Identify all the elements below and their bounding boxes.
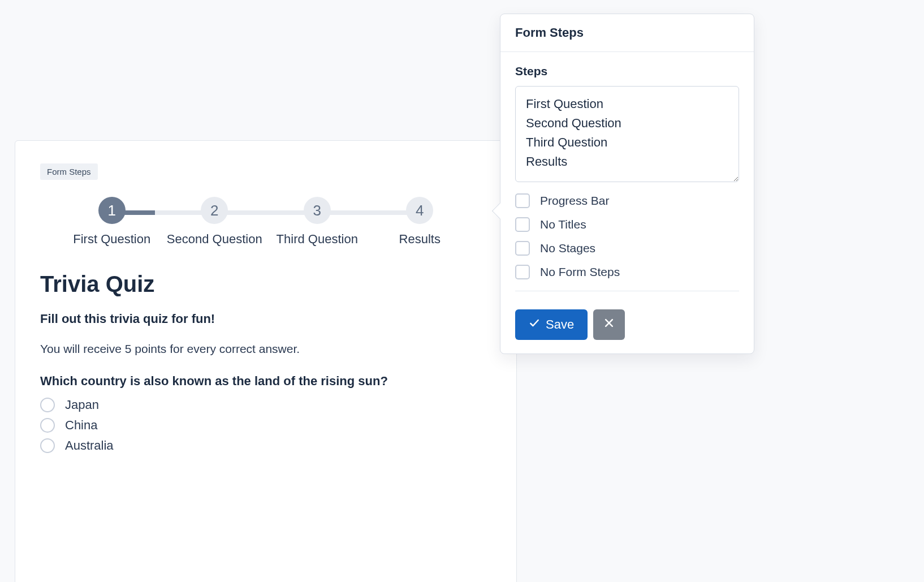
stepper: 1First Question2Second Question3Third Qu… [61, 197, 471, 247]
answer-option[interactable]: Japan [40, 398, 491, 412]
close-icon [603, 317, 615, 332]
option-label: No Titles [540, 218, 586, 231]
check-icon [529, 317, 540, 332]
form-steps-settings-panel: Form Steps Steps Progress BarNo TitlesNo… [500, 14, 754, 354]
page-title: Trivia Quiz [40, 271, 491, 297]
answer-label: Australia [65, 438, 114, 453]
save-button[interactable]: Save [515, 309, 588, 340]
step-label: Results [399, 232, 441, 247]
option-row[interactable]: No Titles [515, 217, 739, 232]
divider [515, 291, 739, 291]
checkbox-icon [515, 193, 530, 208]
option-label: Progress Bar [540, 194, 610, 208]
panel-title: Form Steps [515, 25, 739, 40]
answer-label: China [65, 418, 97, 433]
answers-group: JapanChinaAustralia [40, 398, 491, 453]
step-track [317, 210, 420, 215]
steps-textarea[interactable] [515, 86, 739, 182]
step-circle: 2 [201, 197, 228, 224]
step-circle: 1 [98, 197, 126, 224]
answer-label: Japan [65, 398, 99, 412]
step-track [112, 210, 215, 215]
step-circle: 4 [406, 197, 433, 224]
save-button-label: Save [546, 317, 574, 332]
checkbox-icon [515, 217, 530, 232]
intro-text: You will receive 5 points for every corr… [40, 342, 491, 356]
answer-option[interactable]: China [40, 418, 491, 433]
answer-option[interactable]: Australia [40, 438, 491, 453]
radio-icon [40, 398, 55, 412]
steps-section-label: Steps [515, 64, 739, 78]
radio-icon [40, 418, 55, 433]
option-label: No Form Steps [540, 265, 620, 279]
close-button[interactable] [593, 309, 625, 340]
form-preview-card: Form Steps 1First Question2Second Questi… [15, 140, 517, 582]
radio-icon [40, 438, 55, 453]
option-row[interactable]: No Form Steps [515, 265, 739, 279]
option-row[interactable]: Progress Bar [515, 193, 739, 208]
step-circle: 3 [304, 197, 331, 224]
step-track [214, 210, 317, 215]
step[interactable]: 3Third Question [266, 197, 369, 247]
block-type-chip: Form Steps [40, 163, 98, 180]
step-label: Second Question [167, 232, 262, 247]
step[interactable]: 1First Question [61, 197, 163, 247]
step[interactable]: 2Second Question [163, 197, 266, 247]
panel-header: Form Steps [500, 14, 754, 52]
option-label: No Stages [540, 242, 595, 255]
checkbox-icon [515, 265, 530, 279]
step[interactable]: 4Results [369, 197, 472, 247]
step-label: First Question [73, 232, 150, 247]
option-row[interactable]: No Stages [515, 241, 739, 256]
checkbox-icon [515, 241, 530, 256]
question-text: Which country is also known as the land … [40, 374, 491, 389]
step-label: Third Question [277, 232, 358, 247]
page-subtitle: Fill out this trivia quiz for fun! [40, 312, 491, 326]
